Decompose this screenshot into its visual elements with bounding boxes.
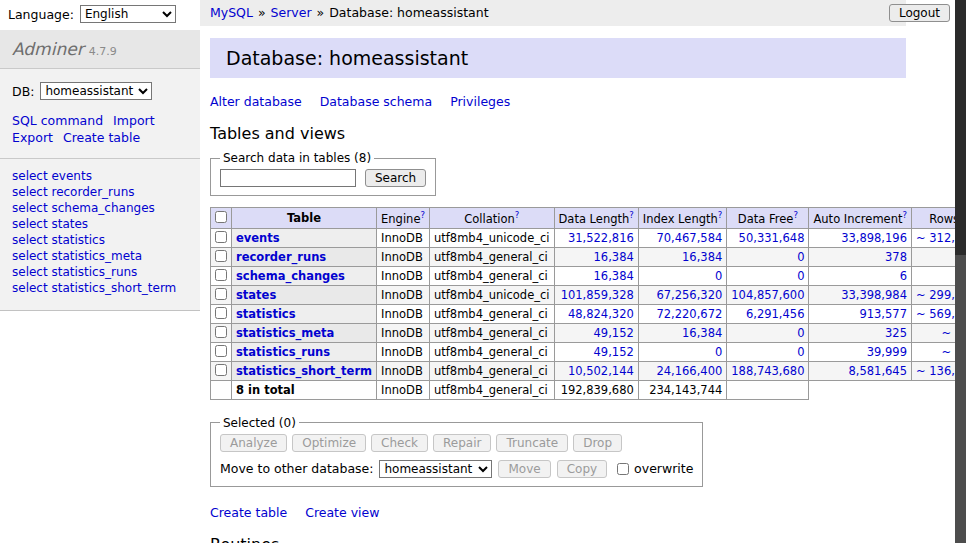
sidebar-table-link[interactable]: select schema_changes [12,200,188,216]
column-help-link[interactable]: ? [420,210,425,220]
table-name-link[interactable]: statistics_meta [236,326,334,340]
data-free-link[interactable]: 0 [797,326,804,340]
breadcrumb-item[interactable]: MySQL [210,5,253,20]
auto-increment-link[interactable]: 33,898,196 [841,231,907,245]
data-free-link[interactable]: 104,857,600 [731,288,804,302]
index-length-link[interactable]: 67,256,320 [656,288,722,302]
table-name-link[interactable]: schema_changes [236,269,345,283]
db-action-link[interactable]: Database schema [320,94,432,109]
truncate-button[interactable]: Truncate [496,434,568,452]
data-free-link[interactable]: 188,743,680 [731,364,804,378]
repair-button[interactable]: Repair [433,434,491,452]
index-length-link[interactable]: 70,467,584 [656,231,722,245]
table-name-link[interactable]: statistics_short_term [236,364,372,378]
column-help-link[interactable]: ? [793,210,798,220]
auto-increment-link[interactable]: 325 [885,326,907,340]
data-length-link[interactable]: 49,152 [594,345,634,359]
sidebar-table-link[interactable]: select statistics_meta [12,248,188,264]
data-length-link[interactable]: 49,152 [594,326,634,340]
row-checkbox[interactable] [215,345,227,357]
column-help-link[interactable]: ? [718,210,723,220]
logout-button[interactable]: Logout [889,4,950,22]
sidebar-table-link[interactable]: select events [12,168,188,184]
app-logo-link[interactable]: Adminer [12,39,84,59]
sidebar-table-link[interactable]: select states [12,216,188,232]
auto-increment-link[interactable]: 8,581,645 [848,364,907,378]
index-length-link[interactable]: 0 [715,269,722,283]
select-all-checkbox[interactable] [215,211,227,223]
data-length-link[interactable]: 101,859,328 [561,288,634,302]
row-checkbox[interactable] [215,231,227,243]
analyze-button[interactable]: Analyze [220,434,287,452]
sidebar-link[interactable]: SQL command [12,113,103,128]
check-button[interactable]: Check [371,434,428,452]
column-header-data-free: Data Free? [727,208,809,229]
sidebar-table-link[interactable]: select recorder_runs [12,184,188,200]
table-name-link[interactable]: recorder_runs [236,250,326,264]
data-length-link[interactable]: 16,384 [594,250,634,264]
index-length-link[interactable]: 0 [715,345,722,359]
data-free-link[interactable]: 6,291,456 [746,307,805,321]
sidebar-link[interactable]: Import [113,113,155,128]
search-input[interactable] [220,169,356,187]
vertical-scrollbar[interactable] [955,0,966,543]
data-free-link[interactable]: 50,331,648 [739,231,805,245]
data-length-cell: 49,152 [554,342,638,361]
tables-heading: Tables and views [210,124,906,143]
search-button[interactable]: Search [365,169,426,187]
sidebar-table-link[interactable]: select statistics_runs [12,264,188,280]
copy-button[interactable]: Copy [557,460,607,478]
index-length-link[interactable]: 16,384 [682,326,722,340]
data-length-link[interactable]: 16,384 [594,269,634,283]
column-help-link[interactable]: ? [902,210,907,220]
engine-cell: InnoDB [377,342,430,361]
row-checkbox[interactable] [215,307,227,319]
collation-cell: utf8mb4_general_ci [429,304,554,323]
scrollbar-thumb[interactable] [955,0,966,255]
index-length-link[interactable]: 16,384 [682,250,722,264]
db-action-link[interactable]: Privileges [450,94,510,109]
row-checkbox[interactable] [215,269,227,281]
sidebar-link[interactable]: Create table [63,130,140,145]
db-action-link[interactable]: Alter database [210,94,302,109]
auto-increment-link[interactable]: 913,577 [859,307,907,321]
data-length-link[interactable]: 31,522,816 [568,231,634,245]
data-length-cell: 49,152 [554,323,638,342]
data-length-link[interactable]: 48,824,320 [568,307,634,321]
language-select[interactable]: English [80,5,176,23]
table-name-link[interactable]: events [236,231,280,245]
auto-increment-link[interactable]: 378 [885,250,907,264]
index-length-link[interactable]: 24,166,400 [656,364,722,378]
auto-increment-link[interactable]: 6 [900,269,907,283]
optimize-button[interactable]: Optimize [292,434,366,452]
drop-button[interactable]: Drop [573,434,622,452]
table-name-link[interactable]: states [236,288,276,302]
data-free-link[interactable]: 0 [797,345,804,359]
db-select[interactable]: homeassistant [40,82,152,100]
column-help-link[interactable]: ? [629,210,634,220]
overwrite-control: overwrite [615,461,693,476]
sidebar-table-link[interactable]: select statistics_short_term [12,280,188,296]
move-button[interactable]: Move [498,460,550,478]
table-name-link[interactable]: statistics [236,307,296,321]
auto-increment-link[interactable]: 39,999 [867,345,907,359]
sidebar-table-link[interactable]: select statistics [12,232,188,248]
column-help-link[interactable]: ? [515,210,520,220]
move-db-select[interactable]: homeassistant [379,460,492,478]
row-checkbox[interactable] [215,250,227,262]
data-length-cell: 10,502,144 [554,361,638,380]
index-length-link[interactable]: 72,220,672 [656,307,722,321]
table-name-link[interactable]: statistics_runs [236,345,330,359]
data-length-link[interactable]: 10,502,144 [568,364,634,378]
create-link[interactable]: Create view [305,505,379,520]
row-checkbox[interactable] [215,364,227,376]
data-free-link[interactable]: 0 [797,269,804,283]
row-checkbox[interactable] [215,288,227,300]
data-free-link[interactable]: 0 [797,250,804,264]
sidebar-link[interactable]: Export [12,130,53,145]
create-link[interactable]: Create table [210,505,287,520]
auto-increment-link[interactable]: 33,398,984 [841,288,907,302]
overwrite-checkbox[interactable] [617,463,629,475]
breadcrumb-item[interactable]: Server [271,5,312,20]
row-checkbox[interactable] [215,326,227,338]
